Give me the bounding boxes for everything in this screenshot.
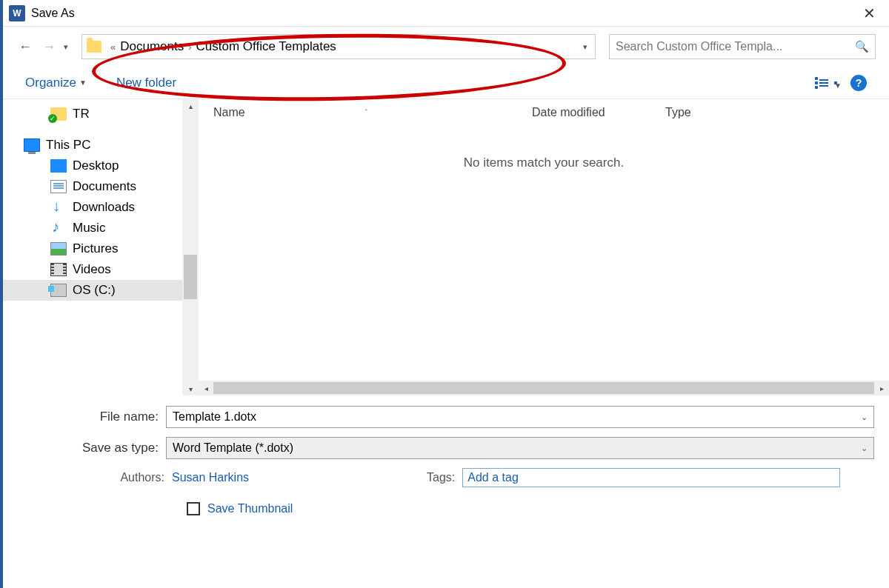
column-headers: Nameˆ Date modified Type (199, 99, 889, 126)
new-folder-label: New folder (116, 76, 176, 90)
search-icon: 🔍 (855, 40, 869, 53)
caret-down-icon: ▼ (79, 78, 87, 87)
sidebar-item-label: Music (73, 221, 105, 235)
filename-value: Template 1.dotx (173, 410, 256, 424)
sidebar-item-label: OS (C:) (73, 283, 116, 298)
breadcrumb-current[interactable]: Custom Office Templates (196, 39, 336, 54)
file-list: Nameˆ Date modified Type No items match … (199, 99, 889, 395)
sidebar-item-documents[interactable]: Documents (3, 176, 199, 197)
pictures-icon (50, 242, 67, 255)
drive-icon (50, 284, 67, 297)
authors-label: Authors: (105, 471, 164, 484)
column-type[interactable]: Type (665, 106, 874, 119)
column-date-label: Date modified (532, 106, 605, 118)
sidebar-item-music[interactable]: Music (3, 218, 199, 238)
toolbar: Organize ▼ New folder ▼ ? (3, 67, 889, 99)
word-icon: W (9, 5, 25, 21)
tags-input[interactable]: Add a tag (462, 468, 840, 487)
column-name-label: Name (213, 106, 245, 119)
sidebar-item-downloads[interactable]: Downloads (3, 197, 199, 218)
sidebar-item-this-pc[interactable]: This PC (3, 135, 199, 156)
column-type-label: Type (665, 106, 691, 118)
history-dropdown[interactable]: ▾ (64, 42, 68, 52)
search-input[interactable]: Search Custom Office Templa... 🔍 (609, 34, 876, 59)
caret-down-icon: ▼ (834, 81, 837, 84)
close-button[interactable]: ✕ (856, 1, 883, 25)
tags-label: Tags: (427, 471, 455, 484)
download-icon (50, 201, 67, 214)
breadcrumb[interactable]: « Documents › Custom Office Templates ▾ (81, 34, 596, 59)
monitor-icon (24, 138, 40, 152)
filename-input[interactable]: Template 1.dotx ⌄ (166, 406, 874, 428)
sidebar-item-label: Documents (73, 179, 136, 194)
chevron-down-icon[interactable]: ▾ (583, 42, 587, 52)
window-title: Save As (31, 7, 75, 20)
scroll-right-icon[interactable]: ▸ (874, 381, 889, 395)
documents-icon (50, 180, 67, 193)
authors-value[interactable]: Susan Harkins (172, 471, 249, 484)
sidebar-item-label: Downloads (73, 200, 135, 215)
horizontal-scrollbar[interactable]: ◂ ▸ (199, 381, 889, 395)
help-button[interactable]: ? (850, 75, 867, 91)
sidebar-item-label: Pictures (73, 241, 118, 256)
forward-button[interactable]: → (40, 38, 58, 56)
chevron-right-icon: › (188, 41, 191, 53)
scroll-up-icon[interactable]: ▴ (182, 99, 199, 113)
sidebar-item-label: This PC (46, 138, 90, 153)
sidebar-item-os-c[interactable]: OS (C:) (3, 280, 199, 301)
savetype-select[interactable]: Word Template (*.dotx) ⌄ (166, 437, 874, 459)
scroll-left-icon[interactable]: ◂ (199, 381, 213, 395)
view-options-button[interactable]: ▼ (815, 77, 837, 89)
scroll-down-icon[interactable]: ▾ (182, 382, 199, 395)
videos-icon (50, 263, 67, 276)
scrollbar-track[interactable] (213, 381, 874, 395)
sidebar-item-tr[interactable]: TR (3, 104, 199, 124)
breadcrumb-prefix: « (110, 41, 116, 53)
chevron-down-icon: ⌄ (861, 444, 868, 453)
savetype-value: Word Template (*.dotx) (173, 441, 293, 455)
breadcrumb-parent[interactable]: Documents (120, 39, 184, 54)
sort-asc-icon: ˆ (365, 109, 367, 117)
save-form: File name: Template 1.dotx ⌄ Save as typ… (3, 395, 889, 515)
organize-button[interactable]: Organize ▼ (25, 76, 87, 90)
sidebar-item-desktop[interactable]: Desktop (3, 156, 199, 176)
savetype-label: Save as type: (18, 441, 166, 455)
new-folder-button[interactable]: New folder (116, 76, 176, 90)
back-button[interactable]: ← (16, 38, 34, 56)
search-placeholder: Search Custom Office Templa... (616, 40, 782, 53)
scrollbar-thumb[interactable] (213, 382, 874, 394)
sidebar-item-label: Videos (73, 262, 111, 277)
chevron-down-icon[interactable]: ⌄ (861, 412, 868, 422)
desktop-icon (50, 159, 67, 173)
music-icon (50, 221, 67, 235)
organize-label: Organize (25, 76, 76, 90)
tags-placeholder: Add a tag (467, 471, 519, 484)
save-thumbnail-checkbox[interactable] (187, 502, 200, 515)
sidebar-item-label: TR (73, 107, 90, 121)
folder-icon (87, 41, 101, 53)
sidebar-item-label: Desktop (73, 158, 119, 173)
column-date[interactable]: Date modified (532, 106, 665, 119)
empty-message: No items match your search. (199, 156, 889, 170)
filename-label: File name: (18, 410, 166, 424)
scrollbar-thumb[interactable] (184, 255, 197, 299)
sidebar-scrollbar[interactable]: ▴ ▾ (182, 99, 199, 395)
sidebar: TR This PC Desktop Documents Downloads M… (3, 99, 199, 395)
column-name[interactable]: Nameˆ (213, 106, 532, 119)
sidebar-item-pictures[interactable]: Pictures (3, 238, 199, 259)
titlebar: W Save As ✕ (3, 0, 889, 27)
navigation-bar: ← → ▾ « Documents › Custom Office Templa… (3, 27, 889, 67)
folder-check-icon (50, 107, 67, 121)
save-thumbnail-label[interactable]: Save Thumbnail (207, 502, 293, 515)
sidebar-item-videos[interactable]: Videos (3, 259, 199, 280)
main-area: TR This PC Desktop Documents Downloads M… (3, 99, 889, 395)
